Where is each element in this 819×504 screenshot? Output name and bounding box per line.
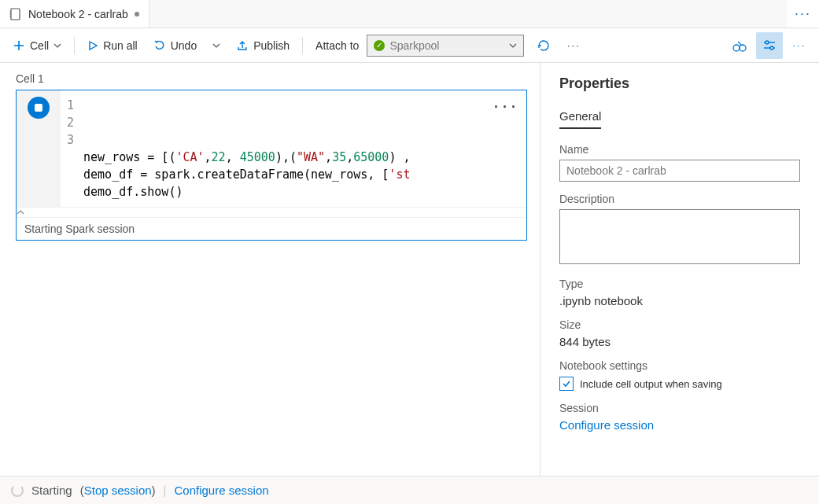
play-icon (87, 40, 98, 51)
variables-icon (732, 39, 747, 53)
toolbar: Cell Run all Undo Publish Attach to ✓ Sp… (0, 28, 819, 63)
stop-session-link[interactable]: Stop session (84, 484, 152, 497)
stop-cell-button[interactable] (28, 97, 50, 119)
plus-icon (13, 39, 25, 52)
properties-title: Properties (559, 75, 800, 92)
cell-status: Starting Spark session (17, 217, 526, 240)
publish-button[interactable]: Publish (230, 36, 296, 55)
properties-toggle-button[interactable] (756, 32, 783, 59)
description-label: Description (559, 193, 800, 205)
notebook-icon (9, 8, 22, 20)
description-input[interactable] (559, 209, 800, 264)
variables-button[interactable] (726, 32, 753, 59)
notebook-settings-label: Notebook settings (559, 359, 800, 372)
code-cell[interactable]: 123 ··· new_rows = [('CA',22, 45000),("W… (16, 90, 527, 241)
spark-pool-dropdown[interactable]: ✓ Sparkpool (367, 35, 524, 57)
settings-sliders-icon (762, 39, 777, 53)
tab-overflow-button[interactable]: ··· (787, 0, 819, 28)
undo-icon (153, 39, 166, 52)
stop-icon (35, 104, 42, 112)
editor-column: Cell 1 123 ··· new_rows = [('CA',22, 450… (0, 63, 540, 476)
pool-name: Sparkpool (389, 39, 504, 52)
chevron-down-icon (53, 42, 61, 50)
size-label: Size (559, 318, 800, 331)
run-all-button[interactable]: Run all (81, 36, 144, 55)
page-more-button[interactable]: ··· (786, 32, 813, 59)
name-input[interactable] (559, 160, 800, 182)
status-configure-session-link[interactable]: Configure session (175, 484, 269, 497)
refresh-button[interactable] (530, 32, 557, 59)
spinner-icon (11, 484, 24, 497)
ellipsis-icon: ··· (795, 6, 811, 22)
status-ok-icon: ✓ (374, 40, 385, 51)
chevron-up-icon (17, 209, 24, 215)
properties-tabs: General (559, 105, 800, 129)
cell-collapse-handle[interactable] (17, 207, 526, 217)
session-label: Session (559, 402, 800, 414)
refresh-icon (537, 39, 551, 53)
document-tabbar: Notebook 2 - carlrab ··· (0, 0, 819, 28)
include-output-label: Include cell output when saving (580, 378, 722, 390)
cell-gutter (17, 90, 61, 207)
properties-panel: Properties General Name Description Type… (540, 63, 819, 476)
main-area: Cell 1 123 ··· new_rows = [('CA',22, 450… (0, 63, 819, 476)
ellipsis-icon: ··· (567, 39, 581, 51)
size-value: 844 bytes (559, 335, 800, 348)
attach-to-label: Attach to (309, 39, 363, 52)
type-value: .ipynb notebook (559, 294, 800, 307)
checkbox-checked-icon (559, 377, 574, 391)
status-bar: Starting (Stop session) | Configure sess… (0, 476, 819, 504)
add-cell-button[interactable]: Cell (6, 36, 68, 55)
cell-more-button[interactable]: ··· (493, 98, 518, 116)
svg-point-10 (766, 41, 769, 44)
cell-header: Cell 1 (16, 72, 527, 85)
status-state: Starting (31, 484, 72, 497)
line-numbers: 123 (61, 90, 83, 207)
undo-label: Undo (171, 39, 197, 52)
publish-icon (236, 39, 249, 52)
toolbar-right: ··· (726, 32, 813, 59)
status-stop-session: (Stop session) (80, 484, 156, 497)
undo-button[interactable]: Undo (147, 36, 203, 55)
tab-title: Notebook 2 - carlrab (28, 8, 128, 20)
tabbar-spacer (149, 0, 787, 28)
publish-label: Publish (253, 39, 290, 52)
undo-dropdown[interactable] (206, 39, 227, 53)
tab-general[interactable]: General (559, 105, 601, 129)
cell-label: Cell (30, 39, 49, 52)
notebook-tab[interactable]: Notebook 2 - carlrab (0, 0, 149, 28)
svg-rect-0 (11, 9, 20, 20)
include-output-checkbox[interactable]: Include cell output when saving (559, 377, 800, 391)
run-all-label: Run all (103, 39, 138, 52)
svg-marker-6 (90, 42, 97, 50)
configure-session-link[interactable]: Configure session (559, 418, 800, 432)
code-editor[interactable]: ··· new_rows = [('CA',22, 45000),("WA",3… (83, 90, 526, 207)
ellipsis-icon: ··· (793, 39, 806, 51)
name-label: Name (559, 143, 800, 156)
dirty-indicator-icon (135, 12, 139, 17)
chevron-down-icon (509, 42, 517, 50)
toolbar-more-button[interactable]: ··· (560, 32, 587, 59)
svg-point-12 (770, 46, 773, 50)
type-label: Type (559, 278, 800, 290)
svg-point-7 (733, 45, 740, 51)
chevron-down-icon (212, 42, 220, 50)
svg-point-8 (740, 45, 746, 51)
